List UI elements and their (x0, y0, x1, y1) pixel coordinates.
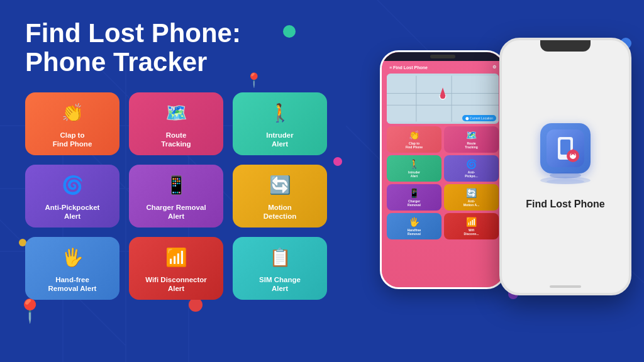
wifi-label: Wifi DisconnectorAlert (145, 275, 207, 294)
clap-label: Clap toFind Phone (53, 131, 92, 150)
phone-clap-label: Clap toFind Phone (406, 141, 423, 149)
card-charger-removal[interactable]: 📱 Charger RemovalAlert (129, 165, 223, 228)
phone-charger-label: ChargerRemoval (408, 199, 421, 207)
feature-grid: 👏 Clap toFind Phone 🗺️ RouteTracking 🚶 I… (25, 92, 340, 300)
antipickpocket-icon: 🌀 (57, 171, 87, 199)
phone-menu-icon: ≡ Find Lost Phone (389, 65, 428, 70)
phone-card-wifi[interactable]: 📶 WifiDisconn... (444, 213, 499, 239)
handfree-icon: 🖐️ (57, 243, 87, 271)
phone-screen: ≡ Find Lost Phone ⚙ ⬤ Current L (382, 52, 504, 287)
wifi-icon: 📶 (161, 243, 191, 271)
phone-handfree-label: HandfreeRemoval (408, 228, 421, 236)
phone-antipick-label: Anti-Pickpo... (465, 170, 478, 178)
antipickpocket-label: Anti-PickpocketAlert (45, 203, 100, 222)
card-wifi-disconnector[interactable]: 📶 Wifi DisconnectorAlert (129, 237, 223, 300)
left-panel: Find Lost Phone: Phone Tracker 👏 Clap to… (13, 0, 352, 362)
card-hand-free[interactable]: 🖐️ Hand-freeRemoval Alert (25, 237, 119, 300)
phone-intruder-icon: 🚶 (409, 159, 419, 169)
app-icon-shadow (534, 177, 597, 189)
route-label: RouteTracking (161, 131, 191, 150)
phone-motion-label: Anti-Motion A... (464, 199, 479, 207)
sim-icon: 📋 (265, 243, 295, 271)
intruder-icon: 🚶 (265, 99, 295, 126)
phone-intruder-label: IntruderAlert (408, 170, 420, 178)
phone-settings-icon: ⚙ (492, 65, 496, 70)
handfree-label: Hand-freeRemoval Alert (48, 275, 97, 294)
phone-charger-icon: 📱 (409, 188, 419, 198)
intruder-label: IntruderAlert (266, 131, 293, 150)
home-indicator (550, 285, 581, 288)
card-sim-change[interactable]: 📋 SIM ChangeAlert (233, 237, 327, 300)
card-route-tracking[interactable]: 🗺️ RouteTracking (129, 92, 223, 155)
phone-motion-icon: 🔄 (466, 188, 477, 198)
current-location-btn[interactable]: ⬤ Current Location (462, 115, 496, 121)
phone-top-bar: ≡ Find Lost Phone ⚙ (387, 63, 499, 71)
card-clap-to-find[interactable]: 👏 Clap toFind Phone (25, 92, 119, 155)
phone-front-content: Find Lost Phone (526, 123, 604, 210)
right-panel: ≡ Find Lost Phone ⚙ ⬤ Current L (342, 0, 644, 362)
phone-wifi-label: WifiDisconn... (464, 228, 479, 236)
phone-card-intruder[interactable]: 🚶 IntruderAlert (387, 155, 441, 182)
phone-route-label: RouteTracking (465, 141, 478, 149)
app-icon (540, 123, 591, 173)
phone-feature-grid: 👏 Clap toFind Phone 🗺️ RouteTracking 🚶 I… (387, 126, 499, 239)
card-intruder-alert[interactable]: 🚶 IntruderAlert (233, 92, 327, 155)
sim-label: SIM ChangeAlert (259, 275, 301, 294)
charger-label: Charger RemovalAlert (146, 203, 206, 222)
app-name: Find Lost Phone (526, 199, 604, 210)
phone-notch (540, 40, 591, 52)
route-icon: 🗺️ (161, 99, 191, 126)
card-anti-pickpocket[interactable]: 🌀 Anti-PickpocketAlert (25, 165, 119, 228)
phone-card-clap[interactable]: 👏 Clap toFind Phone (387, 126, 441, 153)
motion-label: MotionDetection (264, 203, 296, 222)
main-title: Find Lost Phone: Phone Tracker (25, 19, 340, 77)
charger-icon: 📱 (161, 171, 191, 199)
phone-route-icon: 🗺️ (466, 130, 477, 140)
phone-wifi-icon: 📶 (466, 217, 477, 227)
phone-card-antipick[interactable]: 🌀 Anti-Pickpo... (444, 155, 499, 182)
phone-card-handfree[interactable]: 🖐️ HandfreeRemoval (387, 213, 441, 239)
motion-icon: 🔄 (265, 171, 295, 199)
phone-front: Find Lost Phone (499, 38, 631, 295)
clap-icon: 👏 (57, 99, 87, 126)
phone-handfree-icon: 🖐️ (409, 217, 419, 227)
phone-card-charger[interactable]: 📱 ChargerRemoval (387, 184, 441, 211)
phone-antipick-icon: 🌀 (466, 159, 477, 169)
phone-card-route[interactable]: 🗺️ RouteTracking (444, 126, 499, 153)
phone-card-motion[interactable]: 🔄 Anti-Motion A... (444, 184, 499, 211)
card-motion-detection[interactable]: 🔄 MotionDetection (233, 165, 327, 228)
phone-clap-icon: 👏 (409, 130, 419, 140)
phone-back: ≡ Find Lost Phone ⚙ ⬤ Current L (380, 50, 506, 289)
phone-map-area: ⬤ Current Location (387, 74, 499, 124)
